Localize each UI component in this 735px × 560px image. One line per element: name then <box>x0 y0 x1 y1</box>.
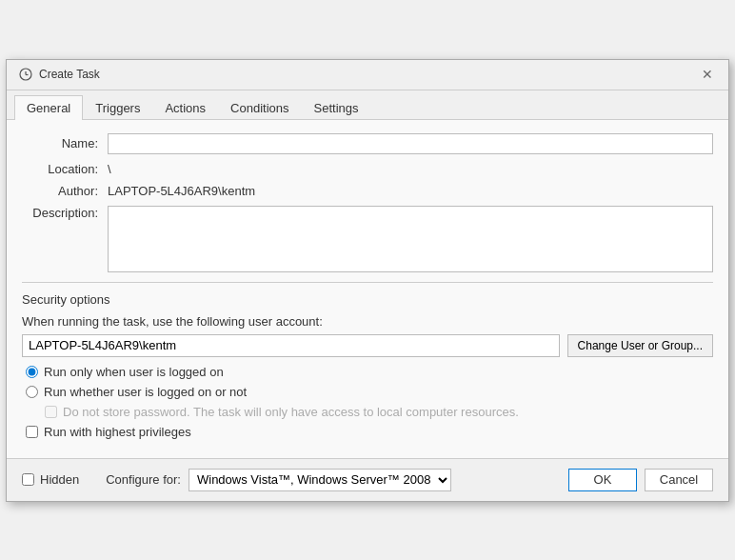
section-divider <box>22 282 713 283</box>
highest-privileges-row: Run with highest privileges <box>22 425 713 439</box>
radio-whether-logged-row: Run whether user is logged on or not <box>22 385 713 399</box>
hidden-label: Hidden <box>40 472 79 487</box>
do-not-store-checkbox[interactable] <box>45 406 57 418</box>
radio-whether-logged-label: Run whether user is logged on or not <box>44 385 247 399</box>
description-input[interactable] <box>108 206 713 272</box>
close-button[interactable]: ✕ <box>698 65 717 84</box>
security-user-account-label: When running the task, use the following… <box>22 314 713 329</box>
footer: Hidden Configure for: Windows Vista™, Wi… <box>7 459 728 501</box>
user-account-row: Change User or Group... <box>22 334 713 357</box>
hidden-checkbox[interactable] <box>22 473 34 486</box>
cancel-button[interactable]: Cancel <box>645 469 713 491</box>
radio-logged-on-row: Run only when user is logged on <box>22 365 713 379</box>
highest-privileges-checkbox[interactable] <box>26 426 38 438</box>
change-user-button[interactable]: Change User or Group... <box>567 334 713 357</box>
title-text: Create Task <box>39 68 100 81</box>
create-task-dialog: Create Task ✕ General Triggers Actions C… <box>6 59 729 502</box>
tab-settings[interactable]: Settings <box>302 95 371 120</box>
do-not-store-row: Do not store password. The task will onl… <box>22 405 713 419</box>
footer-left: Hidden Configure for: Windows Vista™, Wi… <box>22 469 557 491</box>
radio-logged-on[interactable] <box>26 366 38 378</box>
hidden-row: Hidden <box>22 472 79 487</box>
configure-for-select[interactable]: Windows Vista™, Windows Server™ 2008Wind… <box>189 469 451 491</box>
author-label: Author: <box>22 184 108 198</box>
radio-logged-on-label: Run only when user is logged on <box>44 365 224 379</box>
name-row: Name: <box>22 133 713 154</box>
tab-actions[interactable]: Actions <box>152 95 218 120</box>
tab-bar: General Triggers Actions Conditions Sett… <box>7 90 728 120</box>
task-icon <box>18 67 33 82</box>
location-label: Location: <box>22 162 108 176</box>
user-account-input[interactable] <box>22 334 560 357</box>
tab-content-general: Name: Location: \ Author: LAPTOP-5L4J6AR… <box>7 120 728 458</box>
description-row: Description: <box>22 206 713 272</box>
radio-whether-logged[interactable] <box>26 386 38 398</box>
location-row: Location: \ <box>22 162 713 176</box>
security-section-title: Security options <box>22 292 713 307</box>
footer-buttons: OK Cancel <box>568 469 713 491</box>
author-row: Author: LAPTOP-5L4J6AR9\kentm <box>22 184 713 198</box>
tab-general[interactable]: General <box>14 95 83 120</box>
location-value: \ <box>108 162 111 176</box>
highest-privileges-label: Run with highest privileges <box>44 425 191 439</box>
tab-conditions[interactable]: Conditions <box>218 95 301 120</box>
title-bar-left: Create Task <box>18 67 100 82</box>
tab-triggers[interactable]: Triggers <box>83 95 152 120</box>
ok-button[interactable]: OK <box>568 469 637 491</box>
name-input[interactable] <box>108 133 713 154</box>
name-label: Name: <box>22 136 108 150</box>
title-bar: Create Task ✕ <box>7 60 728 90</box>
configure-for-label: Configure for: <box>106 472 181 487</box>
description-label: Description: <box>22 206 108 220</box>
do-not-store-label: Do not store password. The task will onl… <box>63 405 519 419</box>
author-value: LAPTOP-5L4J6AR9\kentm <box>108 184 255 198</box>
